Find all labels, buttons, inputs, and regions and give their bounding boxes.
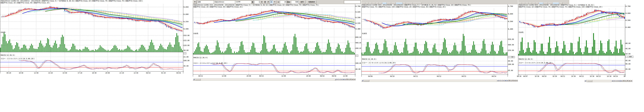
clipped-toolbar-button[interactable] (406, 2, 413, 4)
clipped-toolbar-button[interactable] (559, 2, 562, 4)
stop-button[interactable]: ▪ (619, 80, 621, 82)
chart-plot[interactable] (361, 0, 518, 88)
mode-r-button[interactable]: R (512, 80, 514, 82)
period-button-T[interactable]: T (273, 0, 276, 4)
clipped-toolbar-button[interactable] (413, 2, 422, 4)
stop-button[interactable]: ▪ (504, 80, 506, 82)
mode-d-button[interactable]: D (623, 80, 625, 82)
mode-d-button[interactable]: D (508, 80, 510, 82)
price-axis-label: 9,645 (356, 11, 360, 13)
page-first-button[interactable]: ◄ (612, 80, 613, 82)
mode-l-button[interactable]: L (348, 78, 350, 80)
fit-width-button[interactable]: ↔ (617, 80, 619, 82)
close-button[interactable]: ✕ (354, 78, 356, 80)
x-axis-label: 04/14 (320, 75, 324, 77)
fit-width-button[interactable]: ↔ (340, 78, 342, 80)
clipped-toolbar-button[interactable] (376, 2, 379, 4)
scroll-left-button[interactable]: ◄ (362, 80, 364, 82)
x-axis-label: 12:00 (34, 72, 38, 74)
clipped-toolbar-button[interactable] (366, 2, 369, 4)
horizontal-scrollbar[interactable] (193, 78, 336, 81)
scale-multiplier-badge: × (356, 55, 358, 56)
page-next-button[interactable]: ► (506, 80, 508, 82)
zoom-in-button[interactable]: + (499, 80, 501, 82)
close-button[interactable]: ✕ (630, 80, 632, 82)
chart-plot[interactable] (518, 0, 634, 88)
stochastics-section-title: スロー・ストキャスティクス( 14, 3, 80, 20 ) (0, 58, 34, 60)
clipped-toolbar-button[interactable] (526, 2, 529, 4)
scroll-right-button[interactable]: ► (584, 80, 586, 82)
volume-axis-label: 200.00 (356, 48, 361, 49)
mode-d-button[interactable]: D (346, 78, 348, 80)
clipped-toolbar-button[interactable] (387, 2, 391, 4)
mode-l-button[interactable]: L (510, 80, 512, 82)
clipped-toolbar-button[interactable] (391, 2, 396, 4)
magnify-button[interactable]: ⊕ (514, 80, 516, 82)
period-button-分[interactable]: 分 (270, 0, 273, 4)
x-axis-label: 16:30 (571, 76, 576, 77)
zoom-in-button[interactable]: + (336, 78, 338, 80)
price-axis-label: 9,550 (184, 21, 188, 22)
toolbar-empty-field[interactable] (344, 0, 360, 4)
clipped-toolbar-button[interactable] (369, 2, 372, 4)
horizontal-scrollbar[interactable] (586, 80, 611, 82)
volume-axis-label: 10.00 (626, 53, 630, 55)
clipped-toolbar-button[interactable] (536, 2, 539, 4)
period-button-日[interactable]: 日 (260, 0, 264, 4)
apply-button[interactable]: 適用 (299, 0, 305, 4)
clipped-toolbar-button[interactable] (522, 2, 525, 4)
page-next-button[interactable]: ► (621, 80, 623, 82)
scrollbar-thumb[interactable] (587, 80, 592, 82)
magnify-button[interactable]: ⊕ (352, 78, 354, 80)
symbol-select[interactable]: 日経225mini▼ (214, 0, 238, 4)
clipped-toolbar-button[interactable] (519, 2, 522, 4)
chart-plot[interactable] (193, 0, 361, 88)
zoom-in-button[interactable]: + (613, 80, 615, 82)
contract-month-select[interactable]: 12/06▼ (235, 0, 254, 4)
stochastics-section-title: スロー・ストキャスティクス( 14, 3, 80, 20 ) (194, 62, 227, 64)
mode-r-button[interactable]: R (350, 78, 352, 80)
zoom-out-button[interactable]: − (501, 80, 502, 82)
stop-button[interactable]: ▪ (342, 78, 344, 80)
clipped-toolbar-button[interactable] (539, 2, 543, 4)
scale-multiplier-badge: × (184, 52, 186, 54)
clipped-toolbar-button[interactable] (548, 2, 552, 4)
close-button[interactable]: ✕ (516, 80, 518, 82)
horizontal-scrollbar[interactable] (362, 80, 497, 82)
fit-width-button[interactable]: ↔ (502, 80, 504, 82)
clipped-toolbar-button[interactable] (403, 2, 406, 4)
mode-l-button[interactable]: L (625, 80, 627, 82)
magnify-button[interactable]: ⊕ (628, 80, 630, 82)
clipped-toolbar-button[interactable] (529, 2, 532, 4)
clipped-toolbar-button[interactable] (532, 2, 536, 4)
instrument-type-select[interactable]: 先物▼ (197, 0, 216, 4)
page-first-button[interactable]: ◄ (335, 78, 336, 80)
period-button-月[interactable]: 月 (266, 0, 270, 4)
clipped-toolbar-button[interactable] (372, 2, 376, 4)
zoom-out-button[interactable]: − (615, 80, 617, 82)
chart-plot[interactable] (0, 0, 193, 88)
clipped-toolbar-button[interactable] (362, 2, 365, 4)
multi-symbol-button[interactable]: 複数銘柄 (307, 0, 316, 4)
period-button-週[interactable]: 週 (263, 0, 267, 4)
x-axis-label: 04/12 (579, 76, 584, 77)
x-axis-label: 04/10 (390, 76, 394, 77)
toolbar-menu-button[interactable]: ▼ (193, 0, 196, 4)
clipped-toolbar-button[interactable] (382, 2, 387, 4)
scrollbar-thumb[interactable] (364, 80, 369, 82)
x-axis-label: 14:40 (62, 72, 67, 74)
volume-section-title: 出来高 (518, 31, 524, 34)
page-first-button[interactable]: ◄ (497, 80, 499, 82)
clipped-toolbar-button[interactable] (544, 2, 548, 4)
page-next-button[interactable]: ► (344, 78, 346, 80)
x-axis-label: 13:20 (48, 72, 53, 74)
scroll-left-button[interactable]: ◄ (193, 78, 195, 80)
x-axis-label: 17:20 (78, 72, 82, 74)
clipped-toolbar-button[interactable] (396, 2, 402, 4)
mode-r-button[interactable]: R (627, 80, 628, 82)
chart-toolbar: ▼先物▼日経225mini▼12/06▼足1▲▼日週月分T分15▲▼本数500▲… (193, 0, 361, 4)
scrollbar-thumb[interactable] (195, 78, 201, 80)
clipped-toolbar-button[interactable] (379, 2, 382, 4)
clipped-toolbar-button[interactable] (552, 2, 559, 4)
zoom-out-button[interactable]: − (338, 78, 340, 80)
